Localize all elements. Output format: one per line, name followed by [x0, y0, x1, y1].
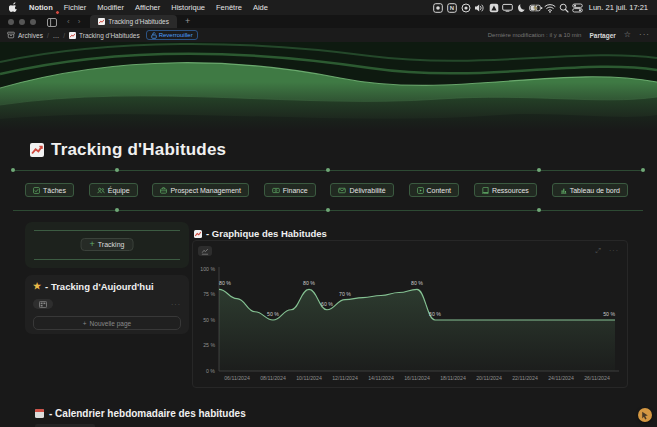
chart-more-icon[interactable]: ···	[609, 247, 619, 254]
svg-text:75 %: 75 %	[203, 291, 215, 297]
page-cover-image[interactable]	[0, 42, 657, 131]
svg-text:50 %: 50 %	[429, 311, 441, 317]
svg-text:14/11/2024: 14/11/2024	[368, 375, 394, 381]
tab-page-icon	[98, 18, 105, 25]
habit-chart-card: ⤢ ··· 0 %25 %50 %75 %100 %06/11/202408/1…	[192, 240, 628, 388]
calendar-section-title[interactable]: - Calendrier hebdomadaire des habitudes	[49, 408, 246, 419]
tasks-icon	[33, 187, 40, 194]
breadcrumb-current-page[interactable]: Tracking d'Habitudes	[69, 32, 140, 39]
svg-text:80 %: 80 %	[411, 280, 423, 286]
control-center-icon[interactable]	[571, 1, 585, 14]
svg-text:10/11/2024: 10/11/2024	[296, 375, 322, 381]
new-tab-button[interactable]: +	[185, 17, 190, 26]
breadcrumb-archives[interactable]: Archives	[7, 31, 43, 39]
page-title-emoji-icon	[30, 143, 44, 157]
window-tabbar: ‹ › Tracking d'Habitudes +	[0, 15, 657, 28]
notification-badge	[55, 10, 60, 15]
search-icon[interactable]	[557, 1, 571, 14]
new-page-button[interactable]: + Nouvelle page	[33, 316, 181, 330]
gallery-view-pill[interactable]	[33, 299, 53, 309]
traffic-light-minimize[interactable]	[19, 19, 25, 25]
svg-text:0 %: 0 %	[206, 368, 215, 374]
page-title[interactable]: Tracking d'Habitudes	[51, 140, 226, 160]
last-edited-label: Dernière modification : il y a 10 min	[488, 32, 582, 38]
volume-icon[interactable]	[473, 1, 487, 14]
active-tab[interactable]: Tracking d'Habitudes	[90, 15, 177, 28]
chart-expand-icon[interactable]: ⤢	[595, 247, 601, 254]
battery-charging-icon[interactable]	[529, 1, 543, 14]
team-icon	[97, 187, 105, 194]
nav-button-prospect-management[interactable]: Prospect Management	[152, 183, 248, 197]
notion-toolbar: Archives / … / Tracking d'Habitudes Reve…	[0, 28, 657, 42]
finance-icon	[272, 187, 280, 194]
menu-aide[interactable]: Aide	[253, 3, 268, 12]
record-dot-icon[interactable]	[459, 1, 473, 14]
breadcrumb-separator: /	[63, 32, 65, 39]
nav-button-finance[interactable]: Finance	[264, 183, 316, 197]
page-emoji-icon	[69, 32, 76, 39]
nav-button-delivrabilite[interactable]: Délivrabilité	[330, 183, 393, 197]
deliverability-icon	[338, 187, 346, 194]
tracking-card: + Tracking	[25, 222, 189, 268]
nav-button-content[interactable]: Content	[409, 183, 460, 197]
nav-button-tableau-de-bord[interactable]: Tableau de bord	[552, 183, 628, 197]
calendar-emoji-icon	[35, 409, 44, 418]
forward-chevron-icon[interactable]: ›	[78, 18, 81, 26]
menu-historique[interactable]: Historique	[171, 3, 205, 12]
menu-afficher[interactable]: Afficher	[135, 3, 160, 12]
back-chevron-icon[interactable]: ‹	[67, 18, 70, 26]
breadcrumb-ellipsis[interactable]: …	[53, 32, 60, 39]
svg-text:22/11/2024: 22/11/2024	[512, 375, 538, 381]
nav-button-ressources[interactable]: Ressources	[474, 183, 537, 197]
wedge-app-icon[interactable]	[487, 1, 501, 14]
cursor-icon	[641, 411, 649, 420]
chart-emoji-icon	[194, 230, 202, 238]
nav-button-equipe[interactable]: Équipe	[89, 183, 138, 197]
svg-text:50 %: 50 %	[603, 311, 615, 317]
traffic-light-close[interactable]	[8, 19, 14, 25]
habit-chart: 0 %25 %50 %75 %100 %06/11/202408/11/2024…	[193, 259, 629, 387]
screen-record-icon[interactable]	[431, 1, 445, 14]
wifi-icon[interactable]	[543, 1, 557, 14]
menu-fichier[interactable]: Fichier	[64, 3, 87, 12]
star-icon: ★	[33, 282, 41, 291]
moon-icon[interactable]	[515, 1, 529, 14]
menu-fenetre[interactable]: Fenêtre	[216, 3, 242, 12]
svg-text:12/11/2024: 12/11/2024	[332, 375, 358, 381]
menubar-app-name[interactable]: Notion	[29, 3, 53, 12]
menu-modifier[interactable]: Modifier	[97, 3, 124, 12]
dashboard-icon	[560, 187, 567, 194]
floating-cursor-badge[interactable]	[638, 408, 652, 422]
relock-label: Reverrouiller	[159, 32, 193, 38]
plus-icon: +	[90, 240, 95, 249]
chart-view-pill[interactable]	[198, 246, 212, 256]
page-title-row: Tracking d'Habitudes	[30, 140, 226, 160]
chart-section-title[interactable]: - Graphique des Habitudes	[206, 228, 327, 239]
svg-text:80 %: 80 %	[219, 280, 231, 286]
apple-menu-icon[interactable]	[9, 2, 18, 14]
desktop-screen: Notion Fichier Modifier Afficher Histori…	[0, 0, 657, 427]
svg-text:N: N	[450, 5, 454, 11]
notion-app-icon[interactable]: N	[445, 1, 459, 14]
svg-text:20/11/2024: 20/11/2024	[476, 375, 502, 381]
favorite-star-icon[interactable]: ☆	[624, 31, 631, 39]
menubar-clock[interactable]: Lun. 21 juil. 17:21	[589, 3, 648, 12]
quick-nav-row: Tâches Équipe Prospect Management Financ…	[25, 183, 628, 197]
view-more-icon[interactable]: ···	[171, 301, 181, 308]
macos-menubar: Notion Fichier Modifier Afficher Histori…	[0, 0, 657, 15]
svg-text:06/11/2024: 06/11/2024	[224, 375, 250, 381]
traffic-light-zoom[interactable]	[30, 19, 36, 25]
plus-icon: +	[83, 320, 87, 327]
relock-button[interactable]: Reverrouiller	[146, 30, 198, 40]
display-icon[interactable]	[501, 1, 515, 14]
tab-title: Tracking d'Habitudes	[108, 18, 169, 25]
svg-text:08/11/2024: 08/11/2024	[260, 375, 286, 381]
toolbar-more-icon[interactable]: ···	[639, 31, 650, 39]
tracking-button[interactable]: + Tracking	[81, 238, 134, 251]
prospect-icon	[160, 187, 167, 194]
svg-text:18/11/2024: 18/11/2024	[440, 375, 466, 381]
nav-button-taches[interactable]: Tâches	[25, 183, 74, 197]
today-card-title[interactable]: - Tracking d'Aujourd'hui	[45, 281, 154, 292]
share-button[interactable]: Partager	[589, 32, 615, 39]
svg-text:60 %: 60 %	[321, 301, 333, 307]
